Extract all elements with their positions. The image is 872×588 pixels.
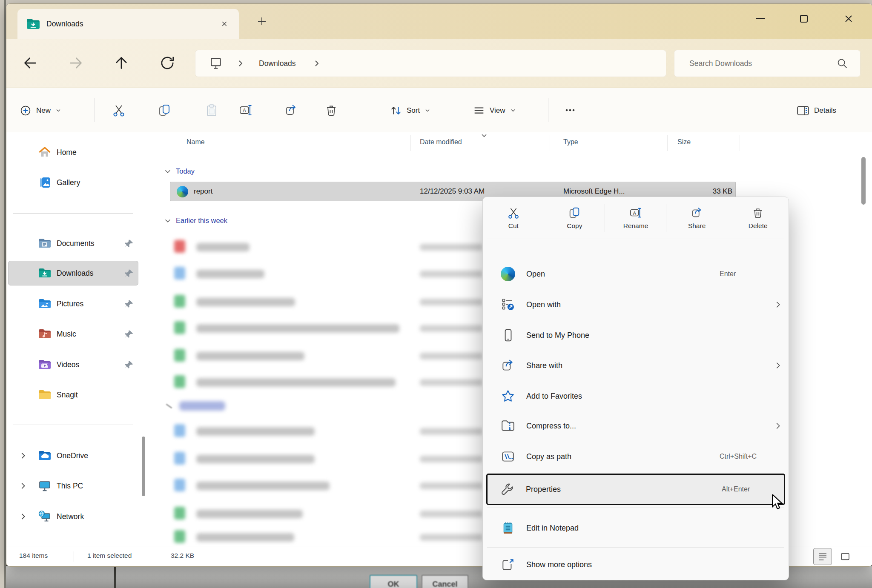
search-input[interactable]: Search Downloads bbox=[674, 50, 861, 77]
maximize-button[interactable] bbox=[792, 10, 816, 28]
paste-icon[interactable] bbox=[205, 103, 218, 117]
new-button[interactable]: New bbox=[19, 88, 62, 133]
chevron-down-icon bbox=[510, 107, 516, 114]
quick-delete-button[interactable]: Delete bbox=[727, 197, 789, 239]
cut-icon[interactable] bbox=[112, 103, 126, 117]
sidebar-item-onedrive[interactable]: OneDrive bbox=[8, 443, 138, 468]
address-bar[interactable]: Downloads bbox=[195, 50, 666, 77]
gallery-icon bbox=[38, 176, 52, 189]
menu-item-properties[interactable]: Properties Alt+Enter bbox=[486, 474, 785, 505]
sort-descending-chevron-icon bbox=[481, 133, 488, 138]
breadcrumb-chevron-icon[interactable] bbox=[313, 60, 321, 67]
status-separator bbox=[74, 551, 74, 562]
details-view-toggle[interactable] bbox=[813, 548, 832, 565]
quick-share-button[interactable]: Share bbox=[666, 197, 728, 239]
cut-icon bbox=[507, 206, 520, 219]
sidebar-item-pictures[interactable]: Pictures bbox=[8, 291, 138, 316]
this-pc-icon bbox=[209, 56, 223, 71]
sidebar-item-snagit[interactable]: Snagit bbox=[8, 382, 138, 407]
cancel-button[interactable]: Cancel bbox=[422, 575, 468, 588]
minimize-button[interactable] bbox=[749, 10, 772, 28]
column-separator[interactable] bbox=[550, 135, 550, 151]
show-more-options-icon bbox=[501, 557, 515, 572]
videos-folder-icon bbox=[38, 358, 52, 371]
rename-icon[interactable]: A bbox=[239, 103, 252, 117]
sidebar-item-network[interactable]: Network bbox=[8, 504, 138, 529]
file-name: report bbox=[194, 187, 212, 196]
menu-item-compress-to[interactable]: Compress to... bbox=[485, 411, 786, 440]
share-icon[interactable] bbox=[284, 103, 298, 117]
tab-close-icon[interactable] bbox=[218, 18, 230, 30]
column-separator[interactable] bbox=[667, 135, 668, 151]
group-chevron-icon[interactable] bbox=[164, 217, 172, 225]
forward-icon[interactable] bbox=[67, 54, 84, 71]
column-separator[interactable] bbox=[740, 135, 740, 151]
thumbnail-view-toggle[interactable] bbox=[836, 548, 855, 565]
wrench-icon bbox=[500, 482, 515, 497]
sidebar-item-label: Gallery bbox=[57, 178, 80, 187]
menu-item-show-more-options[interactable]: Show more options bbox=[485, 550, 786, 579]
menu-item-open-with[interactable]: Open with bbox=[485, 290, 786, 319]
column-header-date-modified[interactable]: Date modified bbox=[420, 138, 462, 146]
sidebar-item-label: Documents bbox=[57, 239, 95, 248]
close-button[interactable] bbox=[837, 10, 861, 28]
sidebar-item-this-pc[interactable]: This PC bbox=[8, 474, 138, 498]
menu-item-label: Show more options bbox=[526, 560, 592, 569]
up-icon[interactable] bbox=[113, 54, 130, 71]
column-header-name[interactable]: Name bbox=[186, 138, 205, 146]
view-button[interactable]: View bbox=[473, 88, 516, 133]
sidebar-item-home[interactable]: Home bbox=[8, 140, 138, 165]
menu-item-share-with[interactable]: Share with bbox=[485, 351, 786, 380]
details-view-icon bbox=[817, 551, 828, 562]
search-icon[interactable] bbox=[836, 57, 849, 70]
sidebar-item-documents[interactable]: Documents bbox=[8, 231, 138, 256]
refresh-icon[interactable] bbox=[159, 54, 176, 71]
more-options-icon[interactable] bbox=[563, 103, 577, 117]
sidebar-item-downloads[interactable]: Downloads bbox=[8, 261, 138, 285]
quick-cut-button[interactable]: Cut bbox=[483, 197, 544, 239]
menu-item-label: Edit in Notepad bbox=[526, 524, 579, 533]
copy-as-path-icon bbox=[501, 449, 515, 464]
group-chevron-icon[interactable] bbox=[164, 168, 172, 175]
back-icon[interactable] bbox=[22, 54, 39, 71]
sidebar-item-gallery[interactable]: Gallery bbox=[8, 170, 138, 195]
tab-downloads[interactable]: Downloads bbox=[17, 9, 239, 39]
open-with-icon bbox=[501, 297, 515, 312]
group-header-today[interactable]: Today bbox=[164, 167, 195, 175]
this-pc-monitor-icon bbox=[38, 479, 52, 493]
menu-item-add-to-favorites[interactable]: Add to Favorites bbox=[485, 382, 786, 411]
submenu-chevron-icon bbox=[773, 361, 783, 370]
ok-button[interactable]: OK bbox=[370, 575, 417, 588]
details-pane-button[interactable]: Details bbox=[796, 88, 836, 133]
delete-icon[interactable] bbox=[324, 103, 338, 117]
column-header-size[interactable]: Size bbox=[677, 138, 691, 146]
copy-icon[interactable] bbox=[158, 103, 171, 117]
menu-item-edit-in-notepad[interactable]: Edit in Notepad bbox=[485, 514, 786, 542]
phone-icon bbox=[501, 328, 515, 343]
column-header-type[interactable]: Type bbox=[563, 138, 578, 146]
sidebar-scrollbar[interactable] bbox=[142, 437, 145, 496]
sidebar-item-music[interactable]: Music bbox=[8, 322, 138, 346]
file-list-scrollbar[interactable] bbox=[861, 157, 866, 205]
sidebar-divider bbox=[13, 213, 133, 214]
quick-copy-button[interactable]: Copy bbox=[544, 197, 605, 239]
sidebar-item-videos[interactable]: Videos bbox=[8, 352, 138, 377]
tab-title: Downloads bbox=[46, 20, 83, 29]
menu-item-send-to-my-phone[interactable]: Send to My Phone bbox=[485, 321, 786, 350]
submenu-chevron-icon bbox=[773, 421, 783, 431]
menu-item-open[interactable]: Open Enter bbox=[485, 260, 786, 288]
new-tab-icon[interactable] bbox=[256, 15, 268, 27]
menu-item-label: Open with bbox=[526, 300, 561, 309]
downloads-folder-icon bbox=[26, 17, 40, 30]
group-header-earlier-this-week[interactable]: Earlier this week bbox=[164, 217, 227, 225]
column-separator[interactable] bbox=[410, 135, 411, 151]
quick-label: Delete bbox=[749, 222, 768, 230]
toolbar-separator bbox=[95, 98, 95, 122]
new-label: New bbox=[36, 106, 51, 115]
menu-item-copy-as-path[interactable]: Copy as path Ctrl+Shift+C bbox=[485, 442, 786, 471]
quick-rename-button[interactable]: A Rename bbox=[605, 197, 666, 239]
sort-button[interactable]: Sort bbox=[390, 88, 431, 133]
share-icon bbox=[691, 206, 703, 219]
breadcrumb-downloads[interactable]: Downloads bbox=[259, 59, 296, 68]
menu-item-label: Compress to... bbox=[526, 422, 576, 431]
